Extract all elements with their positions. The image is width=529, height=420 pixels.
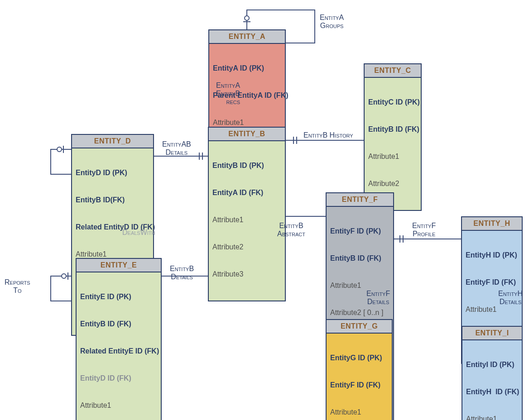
svg-point-25 [57,147,62,152]
entity-b-body: EntityB ID (PK) EntityA ID (FK) Attribut… [209,141,285,301]
entity-e: ENTITY_E EntityE ID (PK) EntityB ID (FK)… [76,258,162,420]
entity-a-title: ENTITY_A [209,30,285,44]
entity-b: ENTITY_B EntityB ID (PK) EntityA ID (FK)… [208,127,286,301]
rel-ab-details: EntityAB Details [162,140,191,157]
svg-point-28 [62,274,66,278]
entity-i-title: ENTITY_I [462,327,522,340]
rel-b-history: EntityB History [303,131,353,139]
rel-h-details: EntityH Details [498,290,523,306]
rel-deals-with: DealsWith [122,229,155,237]
rel-f-profile: EntityF Profile [412,222,436,238]
rel-b-details: EntityB Details [170,265,194,281]
entity-g-title: ENTITY_G [327,320,392,334]
entity-i: ENTITY_I EntityI ID (PK) EntityH ID (FK)… [462,326,523,420]
entity-h-title: ENTITY_H [462,217,522,231]
entity-e-title: ENTITY_E [77,259,161,272]
entity-d-title: ENTITY_D [72,135,153,148]
entity-b-title: ENTITY_B [209,128,285,141]
entity-i-body: EntityI ID (PK) EntityH ID (FK) Attribut… [462,340,522,420]
rel-b-abstract: EntityB Abstract [277,222,305,238]
entity-e-body: EntityE ID (PK) EntityB ID (FK) Related … [77,272,161,420]
rel-reports-to: Reports To [5,278,30,295]
entity-c-body: EntityC ID (PK) EntityB ID (FK) Attribut… [365,78,421,210]
entity-f-title: ENTITY_F [327,193,393,207]
rel-ab-recs: EntityA EntityB recs [216,81,240,106]
rel-f-details: EntityF Details [366,290,390,306]
rel-entitya-groups: EntityA Groups [320,14,344,30]
entity-g: ENTITY_G EntityG ID (PK) EntityF ID (FK)… [326,319,393,420]
entity-g-body: EntityG ID (PK) EntityF ID (FK) Attribut… [327,334,392,420]
entity-c-title: ENTITY_C [365,64,421,78]
svg-point-21 [245,16,249,20]
entity-c: ENTITY_C EntityC ID (PK) EntityB ID (FK)… [364,63,422,211]
